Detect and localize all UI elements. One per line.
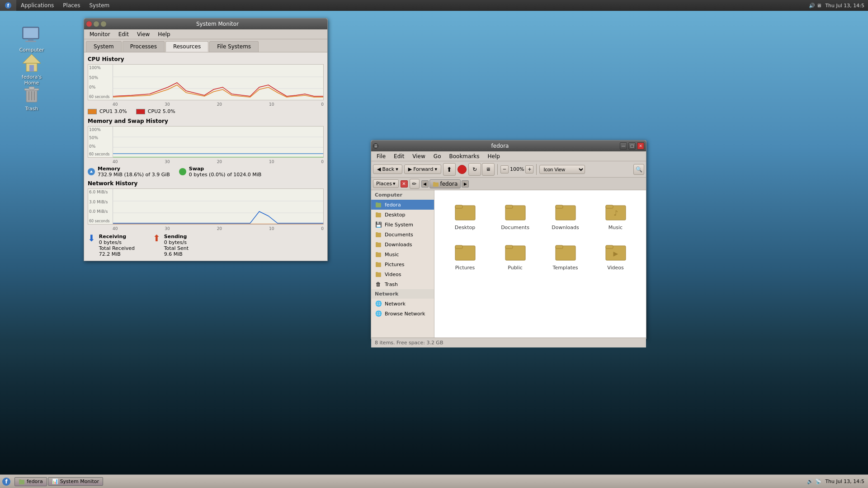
taskbar-right: 🔊 📡 Thu Jul 13, 14:5 xyxy=(803,479,868,484)
bookmark-button[interactable] xyxy=(458,165,467,174)
fedora-max-button[interactable]: □ xyxy=(628,142,636,150)
sidebar-videos-icon xyxy=(375,271,382,278)
sysmon-close-button[interactable] xyxy=(86,21,92,27)
svg-rect-44 xyxy=(455,205,462,208)
places-dropdown[interactable]: Places ▾ xyxy=(373,179,399,188)
top-panel-applications[interactable]: Applications xyxy=(16,0,58,11)
file-item-downloads[interactable]: Downloads xyxy=(542,197,589,234)
sidebar-item-videos[interactable]: Videos xyxy=(371,269,434,279)
fedora-min-button[interactable]: — xyxy=(620,142,627,150)
public-folder-icon xyxy=(505,241,526,263)
sidebar-item-desktop[interactable]: Desktop xyxy=(371,210,434,220)
top-panel-system[interactable]: System xyxy=(85,0,114,11)
breadcrumb-back-button[interactable]: ◀ xyxy=(421,180,429,188)
desktop-trees xyxy=(0,352,868,488)
breadcrumb-folder-label: fedora xyxy=(440,181,458,187)
fedora-close-button[interactable]: ✕ xyxy=(637,142,644,150)
sidebar-browse-network-icon: 🌐 xyxy=(375,310,382,317)
sysmon-menu-monitor[interactable]: Monitor xyxy=(86,30,114,38)
open-parent-button[interactable]: 🖥 xyxy=(482,163,495,176)
sidebar-item-pictures[interactable]: Pictures xyxy=(371,259,434,269)
svg-rect-32 xyxy=(376,212,378,214)
file-item-templates[interactable]: Templates xyxy=(542,238,589,274)
back-button[interactable]: ◀ Back ▾ xyxy=(373,164,402,174)
edit-location-button[interactable]: ✏ xyxy=(410,179,420,189)
total-sent-label: Total Sent xyxy=(164,245,189,251)
fm-menu-file[interactable]: File xyxy=(373,152,389,160)
file-item-desktop[interactable]: Desktop xyxy=(442,197,488,234)
tab-resources[interactable]: Resources xyxy=(165,41,208,52)
top-panel: f Applications Places System 🔊 🖥 Thu Jul… xyxy=(0,0,868,11)
svg-rect-38 xyxy=(376,252,378,253)
sysmon-menu-view[interactable]: View xyxy=(133,30,153,38)
sidebar-item-browse-network[interactable]: 🌐 Browse Network xyxy=(371,309,434,319)
cpu2-legend: CPU2 5.0% xyxy=(136,108,175,114)
home-folder-button[interactable]: ⬆ xyxy=(443,163,456,176)
fm-menu-help[interactable]: Help xyxy=(484,152,504,160)
breadcrumb-folder-fedora[interactable]: fedora xyxy=(429,179,461,188)
fedora-menu-btn[interactable]: ☰ xyxy=(373,143,378,149)
sidebar-item-downloads[interactable]: Downloads xyxy=(371,239,434,249)
forward-button[interactable]: ▶ Forward ▾ xyxy=(404,164,441,174)
system-monitor-titlebar: System Monitor xyxy=(84,19,327,29)
cpu-legend: CPU1 3.0% CPU2 5.0% xyxy=(88,108,324,114)
memory-value: 732.9 MiB (18.6%) of 3.9 GiB xyxy=(98,172,170,178)
breadcrumb-forward-button[interactable]: ▶ xyxy=(462,180,469,188)
sysmon-max-button[interactable] xyxy=(100,21,107,27)
svg-rect-5 xyxy=(25,41,36,42)
downloads-folder-label: Downloads xyxy=(552,225,579,230)
trash-label: Trash xyxy=(25,106,38,112)
places-label: Places xyxy=(376,181,392,187)
window-controls-sysmon xyxy=(86,21,107,27)
file-item-pictures[interactable]: Pictures xyxy=(442,238,488,274)
zoom-in-button[interactable]: + xyxy=(525,165,533,174)
fm-menu-go[interactable]: Go xyxy=(430,152,445,160)
zoom-value: 100% xyxy=(510,166,524,172)
cpu1-label: CPU1 3.0% xyxy=(99,108,127,114)
memory-label: Memory xyxy=(98,166,170,172)
tab-processes[interactable]: Processes xyxy=(123,41,165,52)
sysmon-menu-edit[interactable]: Edit xyxy=(115,30,132,38)
sidebar-item-fedora[interactable]: fedora xyxy=(371,200,434,210)
svg-rect-30 xyxy=(376,202,378,204)
view-select[interactable]: Icon View List View Compact View xyxy=(539,165,585,174)
fedora-main: Computer fedora Desktop xyxy=(371,190,646,338)
sidebar-network-label: Network xyxy=(385,301,406,307)
desktop-icon-trash[interactable]: Trash xyxy=(14,81,50,113)
search-button[interactable]: 🔍 xyxy=(633,164,644,175)
fedora-title: fedora xyxy=(380,143,620,149)
tab-system[interactable]: System xyxy=(86,41,122,52)
svg-text:f: f xyxy=(5,479,8,485)
file-item-videos[interactable]: ▶ Videos xyxy=(592,238,639,274)
fm-menu-bookmarks[interactable]: Bookmarks xyxy=(445,152,483,160)
sidebar-item-filesystem[interactable]: 💾 File System xyxy=(371,220,434,230)
sidebar-item-network[interactable]: 🌐 Network xyxy=(371,299,434,309)
svg-rect-48 xyxy=(556,205,563,208)
reload-button[interactable]: ↻ xyxy=(468,163,481,176)
fm-menu-edit[interactable]: Edit xyxy=(390,152,408,160)
file-item-documents[interactable]: Documents xyxy=(492,197,538,234)
taskbar-fedora-fm[interactable]: fedora xyxy=(14,477,47,486)
zoom-out-button[interactable]: − xyxy=(500,165,509,174)
file-item-music[interactable]: ♪ Music xyxy=(592,197,639,234)
location-clear-button[interactable]: ✕ xyxy=(401,180,408,188)
sysmon-menubar: Monitor Edit View Help xyxy=(84,29,327,39)
sidebar-item-trash[interactable]: 🗑 Trash xyxy=(371,279,434,289)
music-folder-icon: ♪ xyxy=(605,201,627,223)
sidebar-item-documents[interactable]: Documents xyxy=(371,230,434,239)
taskbar-sysmon[interactable]: 📊 System Monitor xyxy=(48,477,103,486)
sidebar-item-music[interactable]: Music xyxy=(371,249,434,259)
total-sent: 9.6 MiB xyxy=(164,251,189,257)
top-panel-places[interactable]: Places xyxy=(58,0,85,11)
videos-folder-label: Videos xyxy=(607,265,624,271)
sysmon-menu-help[interactable]: Help xyxy=(154,30,174,38)
fm-menu-view[interactable]: View xyxy=(409,152,429,160)
sending-label: Sending xyxy=(164,234,189,239)
file-item-public[interactable]: Public xyxy=(492,238,538,274)
tab-filesystems[interactable]: File Systems xyxy=(209,41,259,52)
svg-rect-3 xyxy=(24,28,38,38)
sysmon-min-button[interactable] xyxy=(93,21,99,27)
memory-stats: Memory 732.9 MiB (18.6%) of 3.9 GiB Swap… xyxy=(88,166,324,178)
downloads-folder-icon xyxy=(555,201,576,223)
sending-stat: ⬆ Sending 0 bytes/s Total Sent 9.6 MiB xyxy=(153,234,189,257)
